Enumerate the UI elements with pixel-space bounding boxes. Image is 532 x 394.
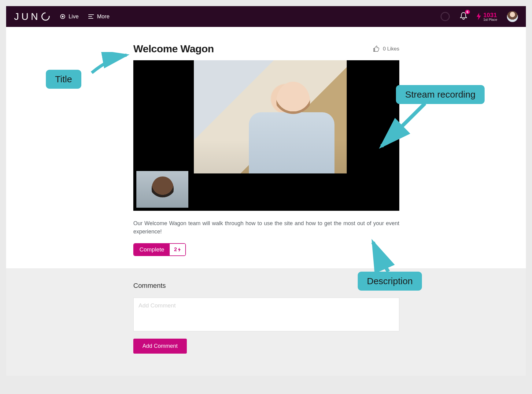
logo-text: JUN — [14, 11, 40, 22]
score-widget[interactable]: 1031 1st Place — [476, 12, 497, 21]
nav-live[interactable]: Live — [60, 13, 79, 20]
brand-logo[interactable]: JUN — [14, 11, 50, 22]
notification-badge: 6 — [465, 10, 470, 14]
nav-live-label: Live — [68, 13, 79, 20]
video-main-feed — [194, 60, 347, 173]
complete-button[interactable]: Complete 2 — [133, 243, 186, 256]
callout-description: Description — [358, 272, 422, 291]
thumbs-up-icon — [373, 46, 380, 52]
likes-count: 0 Likes — [383, 46, 399, 52]
stream-recording-player[interactable] — [133, 60, 399, 211]
page-title: Welcome Wagon — [133, 43, 214, 55]
video-pip-feed — [136, 171, 188, 208]
main-content: Welcome Wagon 0 Likes Our Welcome Wagon … — [6, 27, 526, 256]
comments-section: Comments Add Comment — [6, 268, 526, 376]
complete-label: Complete — [134, 244, 170, 255]
nav-more-label: More — [97, 13, 109, 20]
arrow-icon — [88, 52, 131, 76]
nav-more[interactable]: More — [88, 13, 109, 20]
svg-rect-4 — [88, 18, 93, 19]
svg-rect-2 — [88, 14, 94, 15]
callout-title: Title — [46, 70, 81, 89]
comment-input[interactable] — [133, 298, 399, 331]
search-icon[interactable] — [441, 12, 450, 21]
notifications-button[interactable]: 6 — [460, 12, 467, 21]
like-button[interactable]: 0 Likes — [373, 46, 399, 52]
score-value: 1031 — [483, 12, 497, 18]
add-comment-button[interactable]: Add Comment — [133, 339, 187, 354]
lightning-icon — [476, 13, 482, 20]
app-header: JUN Live More 6 — [6, 6, 526, 27]
score-rank: 1st Place — [483, 18, 497, 21]
record-dot-icon — [60, 14, 65, 19]
complete-points: 2 — [170, 244, 185, 255]
svg-rect-3 — [88, 16, 92, 17]
page-description: Our Welcome Wagon team will walk through… — [133, 219, 399, 236]
svg-point-1 — [62, 16, 64, 17]
menu-lines-icon — [88, 14, 94, 19]
user-avatar[interactable] — [507, 11, 518, 22]
lightning-icon — [178, 247, 181, 252]
logo-o-icon — [41, 12, 50, 21]
callout-stream: Stream recording — [396, 85, 485, 104]
